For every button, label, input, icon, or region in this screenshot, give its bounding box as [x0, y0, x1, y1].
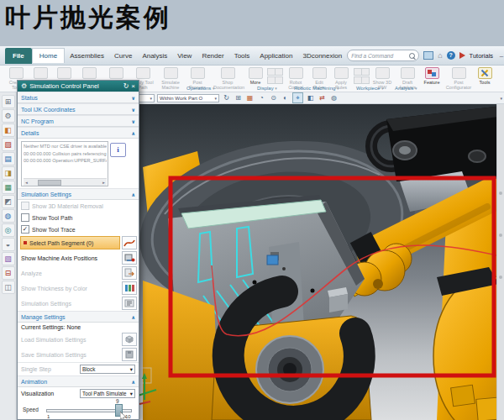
feature-icon: [425, 67, 439, 79]
checkbox-show-3d-material-removal[interactable]: Show 3D Material Removal: [18, 200, 139, 212]
section-simulation-settings[interactable]: Simulation Settings ∧: [18, 188, 139, 200]
section-status[interactable]: Status ∨: [18, 92, 139, 103]
view-toolbar-icon[interactable]: ◔: [257, 93, 266, 102]
ribbon-button-more[interactable]: More: [246, 67, 265, 85]
resource-bar-icon[interactable]: ▨: [2, 138, 15, 151]
resource-bar-icon[interactable]: ◒: [2, 238, 15, 251]
tab-file[interactable]: File: [5, 48, 32, 64]
ribbon-button-tools[interactable]: Tools: [475, 67, 495, 85]
ribbon-button-post-configurator[interactable]: Post Configurator: [444, 67, 473, 91]
view-toolbar-icon[interactable]: ▦: [245, 93, 255, 102]
search-icon[interactable]: [409, 53, 415, 59]
monitor-icon[interactable]: [423, 51, 433, 60]
resource-bar-icon[interactable]: ⊟: [2, 266, 15, 280]
find-command-input[interactable]: Find a Command: [347, 50, 419, 61]
resource-bar-icon[interactable]: ▧: [2, 252, 15, 265]
edge-tab-dot[interactable]: [499, 192, 502, 195]
current-settings-label: Current Settings: None: [18, 323, 139, 332]
simulate-machine-icon: [164, 67, 178, 79]
tab-render[interactable]: Render: [197, 48, 228, 64]
simulation-settings-icon-button[interactable]: [122, 297, 137, 310]
view-toolbar-icon[interactable]: ⇄: [318, 93, 327, 102]
tab-tools[interactable]: Tools: [229, 48, 255, 64]
section-animation[interactable]: Animation ∧: [18, 375, 139, 387]
action-save-simulation-settings[interactable]: Save Simulation Settings: [18, 347, 139, 362]
resource-bar-icon[interactable]: ◎: [2, 223, 15, 237]
tab-analysis[interactable]: Analysis: [137, 48, 172, 64]
action-simulation-settings[interactable]: Simulation Settings: [18, 296, 139, 311]
panel-titlebar[interactable]: ⚙ Simulation Control Panel ↻ ×: [18, 81, 139, 92]
action-analyze[interactable]: Analyze: [18, 265, 139, 281]
edge-tab-dot[interactable]: [499, 276, 502, 279]
save-settings-icon-button[interactable]: [122, 348, 137, 361]
action-show-machine-axis-positions[interactable]: Show Machine Axis Positions: [18, 250, 139, 265]
view-toolbar-icon[interactable]: ⊙: [269, 93, 278, 102]
resource-bar-icon[interactable]: ▤: [2, 152, 15, 165]
view-toolbar-icon[interactable]: ⌖: [292, 92, 303, 103]
analyze-icon-button[interactable]: [122, 266, 137, 280]
checkbox-show-tool-path[interactable]: Show Tool Path: [18, 212, 139, 223]
section-manage-settings[interactable]: Manage Settings ∧: [18, 311, 139, 323]
view-toolbar-icon[interactable]: ⊞: [234, 93, 243, 102]
machine-axis-icon-button[interactable]: [122, 251, 137, 265]
close-icon[interactable]: ×: [131, 81, 135, 92]
home-icon[interactable]: ⌂: [438, 52, 442, 60]
details-log[interactable]: Neither MTD nor CSE driver is available,…: [21, 141, 108, 186]
horizontal-scrollbar[interactable]: ◄ ►: [24, 178, 107, 186]
more-icon: [249, 67, 263, 79]
ribbon-button-feature[interactable]: Feature: [421, 67, 443, 85]
resource-bar-icon[interactable]: ⊞: [2, 95, 15, 108]
path-segment-icon-button[interactable]: [122, 236, 137, 249]
view-toolbar-icon[interactable]: ◍: [329, 93, 339, 102]
ribbon-tab-bar: File Home Assemblies Curve Analysis View…: [0, 46, 504, 66]
blue-block: [267, 255, 278, 265]
checkbox-box[interactable]: ✓: [21, 225, 29, 234]
workpiece-group-icons[interactable]: [354, 68, 368, 84]
tab-3dconnexion[interactable]: 3Dconnexion: [297, 48, 347, 64]
edge-tab-dot[interactable]: [499, 234, 502, 237]
checkbox-box[interactable]: [21, 202, 29, 210]
view-toolbar-icon[interactable]: ↻: [222, 93, 231, 102]
thickness-color-icon-button[interactable]: [122, 281, 137, 295]
action-show-thickness-by-color[interactable]: Show Thickness by Color: [18, 281, 139, 296]
minimize-button[interactable]: –: [497, 52, 504, 60]
select-path-segment-button[interactable]: Select Path Segment (0): [20, 236, 120, 249]
resource-bar-icon[interactable]: ◧: [2, 123, 15, 137]
resource-bar-icon[interactable]: ▦: [2, 181, 15, 194]
refresh-icon[interactable]: ↻: [123, 81, 129, 92]
generate-icon: [109, 67, 123, 79]
ribbon-button-shop-documentation[interactable]: Shop Documentation: [211, 67, 244, 91]
view-toolbar-icon[interactable]: ◐: [281, 93, 290, 102]
tab-view[interactable]: View: [172, 48, 197, 64]
view-toolbar-icon[interactable]: ◧: [306, 93, 315, 102]
resource-bar-icon[interactable]: ⚙: [2, 109, 15, 123]
post-process-icon: [191, 67, 205, 79]
tutorials-label[interactable]: Tutorials: [470, 52, 493, 60]
load-settings-icon-button[interactable]: [122, 333, 137, 346]
help-icon[interactable]: ?: [447, 51, 455, 60]
toolbar-overflow-caret[interactable]: ▾: [500, 96, 502, 101]
tutorials-flag-icon[interactable]: [459, 52, 465, 59]
single-step-combo[interactable]: Block ▾: [80, 365, 135, 374]
ribbon-button-simulate-machine[interactable]: Simulate Machine: [157, 67, 184, 91]
info-button[interactable]: i: [110, 143, 126, 157]
checkbox-show-tool-trace[interactable]: ✓ Show Tool Trace: [18, 223, 139, 235]
action-load-simulation-settings[interactable]: Load Simulation Settings: [18, 332, 139, 347]
resource-bar-icon[interactable]: ◩: [2, 195, 15, 208]
section-tool-ijk-coordinates[interactable]: Tool IJK Coordinates ∨: [18, 103, 139, 115]
section-nc-program[interactable]: NC Program ∨: [18, 115, 139, 127]
post-configurator-icon: [452, 67, 466, 79]
scrollbar-thumb[interactable]: [38, 180, 61, 186]
checkbox-box[interactable]: [21, 213, 29, 222]
section-details[interactable]: Details ∧: [18, 127, 139, 139]
resource-bar-icon[interactable]: ◍: [2, 209, 15, 223]
display-group-icons[interactable]: [267, 68, 281, 84]
tab-application[interactable]: Application: [255, 48, 297, 64]
tab-assemblies[interactable]: Assemblies: [65, 48, 109, 64]
tab-home[interactable]: Home: [32, 48, 65, 63]
selection-scope-combo[interactable]: Within Work Part O▾: [157, 94, 219, 102]
tab-curve[interactable]: Curve: [109, 48, 137, 64]
resource-bar-icon[interactable]: ◨: [2, 166, 15, 180]
resource-bar-icon[interactable]: ◫: [2, 281, 15, 294]
visualization-combo[interactable]: Tool Path Simulate ▾: [80, 389, 135, 398]
